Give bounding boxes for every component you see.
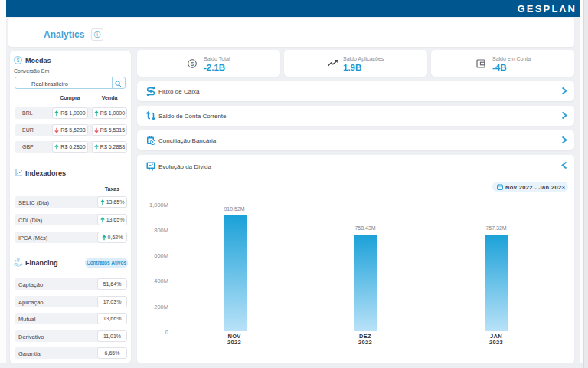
svg-text:$: $ xyxy=(191,61,194,67)
svg-text:$: $ xyxy=(17,58,20,63)
